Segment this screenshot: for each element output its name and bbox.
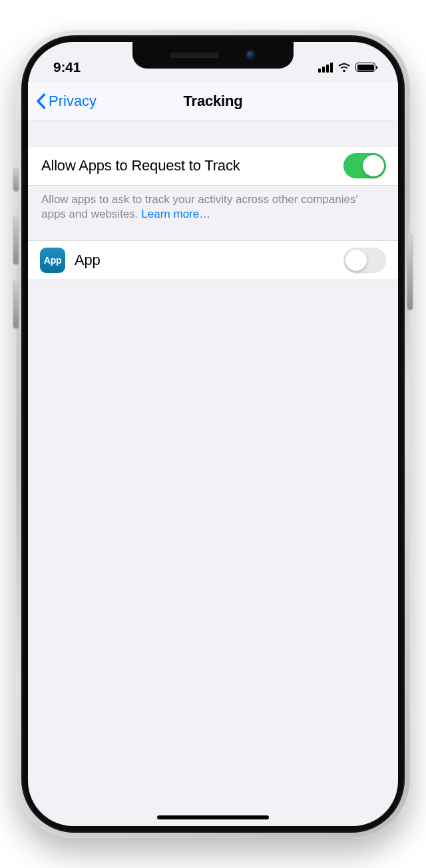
page-title: Tracking xyxy=(184,93,243,110)
app-icon: App xyxy=(40,248,65,273)
allow-tracking-row: Allow Apps to Request to Track xyxy=(28,146,398,186)
allow-tracking-footer: Allow apps to ask to track your activity… xyxy=(28,186,398,240)
app-name-label: App xyxy=(75,252,334,269)
learn-more-link[interactable]: Learn more… xyxy=(141,208,210,220)
cellular-icon xyxy=(318,63,333,73)
apps-list: AppApp xyxy=(28,240,398,280)
back-button[interactable]: Privacy xyxy=(36,82,97,120)
app-row: AppApp xyxy=(28,240,398,280)
home-indicator[interactable] xyxy=(157,815,269,819)
device-frame: 9:41 xyxy=(0,0,426,868)
allow-tracking-toggle[interactable] xyxy=(343,153,386,178)
status-indicators xyxy=(318,63,375,73)
chevron-left-icon xyxy=(36,93,46,109)
front-camera xyxy=(246,51,256,60)
battery-icon xyxy=(355,63,375,72)
notch xyxy=(132,42,294,69)
silence-switch xyxy=(13,167,19,191)
content: Allow Apps to Request to Track Allow app… xyxy=(28,120,398,280)
volume-down-button xyxy=(13,279,19,328)
nav-bar: Privacy Tracking xyxy=(28,82,398,120)
back-label: Privacy xyxy=(49,93,97,110)
screen: 9:41 xyxy=(28,42,398,826)
wifi-icon xyxy=(337,63,351,73)
phone-body: 9:41 xyxy=(16,30,410,838)
status-time: 9:41 xyxy=(53,59,81,75)
earpiece-speaker xyxy=(170,53,218,58)
allow-tracking-label: Allow Apps to Request to Track xyxy=(41,157,240,174)
volume-up-button xyxy=(13,215,19,264)
phone-bezel: 9:41 xyxy=(21,35,405,833)
app-tracking-toggle[interactable] xyxy=(343,248,386,273)
power-button xyxy=(407,234,413,310)
